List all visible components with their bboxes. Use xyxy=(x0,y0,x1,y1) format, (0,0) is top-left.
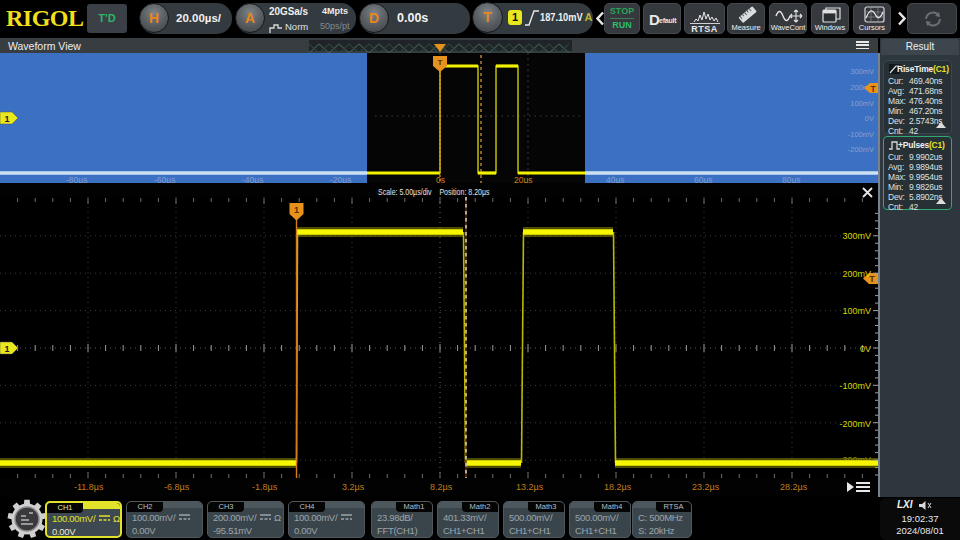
svg-text:1: 1 xyxy=(294,205,299,215)
svg-text:T: T xyxy=(438,58,443,67)
svg-text:1: 1 xyxy=(4,114,9,124)
svg-text:T: T xyxy=(870,84,876,94)
svg-text:1: 1 xyxy=(4,344,9,354)
